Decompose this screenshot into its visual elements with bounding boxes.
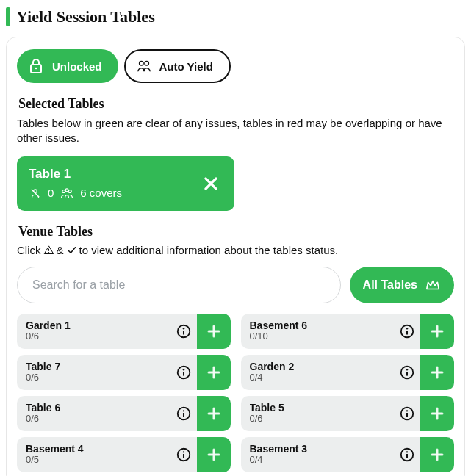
people-icon: [136, 58, 152, 74]
table-capacity: 0/4: [250, 372, 386, 383]
table-name: Garden 2: [250, 361, 386, 372]
selected-table-name: Table 1: [29, 167, 122, 181]
table-info[interactable]: Garden 10/6: [17, 314, 170, 349]
table-capacity: 0/6: [26, 372, 162, 383]
check-icon: [66, 245, 77, 256]
info-icon: [176, 405, 192, 422]
table-name: Table 7: [26, 361, 162, 372]
venue-tables-col-right: Basement 60/10Garden 20/4Table 50/6Basem…: [241, 314, 455, 472]
table-name: Basement 4: [26, 443, 162, 455]
table-info-button[interactable]: [170, 396, 197, 431]
auto-yield-button[interactable]: Auto Yield: [124, 49, 231, 83]
table-info[interactable]: Table 60/6: [17, 396, 170, 431]
info-icon: [399, 405, 415, 422]
selected-tables-description: Tables below in green are clear of any i…: [17, 116, 454, 146]
table-info[interactable]: Basement 30/4: [241, 437, 395, 472]
plus-icon: [428, 405, 446, 422]
info-icon: [176, 447, 192, 463]
plus-icon: [205, 405, 223, 422]
page-title: Yield Session Tables: [16, 7, 155, 26]
table-name: Table 5: [250, 402, 386, 414]
plus-icon: [205, 364, 223, 381]
table-info-button[interactable]: [170, 437, 197, 472]
search-input[interactable]: [17, 267, 341, 303]
title-accent-bar: [6, 7, 10, 26]
table-row: Garden 10/6: [17, 314, 231, 349]
lock-icon: [27, 57, 45, 75]
auto-yield-label: Auto Yield: [159, 60, 213, 73]
table-row: Basement 30/4: [241, 437, 455, 472]
table-name: Garden 1: [26, 320, 162, 331]
all-tables-button[interactable]: All Tables: [350, 267, 454, 303]
table-row: Table 50/6: [241, 396, 455, 431]
table-add-button[interactable]: [420, 355, 454, 390]
venue-desc-post: to view additional information about the…: [79, 244, 339, 256]
table-info[interactable]: Table 70/6: [17, 355, 170, 390]
table-add-button[interactable]: [420, 396, 454, 431]
table-name: Table 6: [26, 402, 162, 414]
table-capacity: 0/6: [26, 331, 162, 342]
table-add-button[interactable]: [197, 314, 231, 349]
table-capacity: 0/6: [26, 414, 162, 424]
table-info-button[interactable]: [170, 355, 197, 390]
table-name: Basement 6: [250, 320, 386, 331]
table-add-button[interactable]: [197, 355, 231, 390]
table-info-button[interactable]: [394, 355, 420, 390]
table-info-button[interactable]: [394, 314, 420, 349]
warning-icon: [43, 245, 54, 256]
info-icon: [399, 323, 415, 339]
table-row: Basement 60/10: [241, 314, 455, 349]
info-icon: [399, 364, 415, 381]
table-info-button[interactable]: [394, 396, 420, 431]
plus-icon: [428, 446, 446, 464]
plus-icon: [428, 364, 446, 381]
selected-table-covers: 6 covers: [80, 187, 122, 199]
table-info[interactable]: Basement 40/5: [17, 437, 170, 472]
table-row: Basement 40/5: [17, 437, 231, 472]
venue-desc-mid: &: [57, 244, 64, 256]
lock-label: Unlocked: [52, 60, 102, 73]
table-capacity: 0/5: [26, 455, 162, 465]
table-add-button[interactable]: [197, 396, 231, 431]
venue-tables-col-left: Garden 10/6Table 70/6Table 60/6Basement …: [17, 314, 231, 472]
table-add-button[interactable]: [420, 437, 454, 472]
selected-tables-heading: Selected Tables: [18, 96, 453, 112]
group-icon: [60, 186, 74, 201]
venue-tables-description: Click & to view additional information a…: [17, 244, 454, 256]
table-name: Basement 3: [250, 443, 386, 455]
table-add-button[interactable]: [420, 314, 454, 349]
selected-table-blocked: 0: [48, 187, 54, 199]
table-info-button[interactable]: [170, 314, 197, 349]
table-add-button[interactable]: [197, 437, 231, 472]
table-info[interactable]: Garden 20/4: [241, 355, 395, 390]
table-capacity: 0/4: [250, 455, 386, 465]
table-capacity: 0/6: [250, 414, 386, 424]
table-info[interactable]: Table 50/6: [241, 396, 395, 431]
table-row: Table 60/6: [17, 396, 231, 431]
all-tables-label: All Tables: [363, 278, 417, 292]
info-icon: [176, 323, 192, 339]
plus-icon: [428, 322, 446, 340]
info-icon: [399, 447, 415, 463]
table-info-button[interactable]: [394, 437, 420, 472]
plus-icon: [205, 446, 223, 464]
table-capacity: 0/10: [250, 331, 386, 342]
table-row: Table 70/6: [17, 355, 231, 390]
plus-icon: [205, 322, 223, 340]
remove-selected-button[interactable]: [199, 172, 223, 195]
main-card: Unlocked Auto Yield Selected Tables Tabl…: [6, 37, 465, 476]
venue-desc-pre: Click: [17, 244, 41, 256]
table-info[interactable]: Basement 60/10: [241, 314, 395, 349]
info-icon: [176, 364, 192, 381]
crown-icon: [425, 277, 441, 293]
person-blocked-icon: [29, 187, 42, 200]
venue-tables-heading: Venue Tables: [18, 224, 453, 239]
lock-toggle[interactable]: Unlocked: [17, 49, 118, 83]
selected-table-card[interactable]: Table 1 0 6 covers: [17, 156, 234, 211]
table-row: Garden 20/4: [241, 355, 455, 390]
